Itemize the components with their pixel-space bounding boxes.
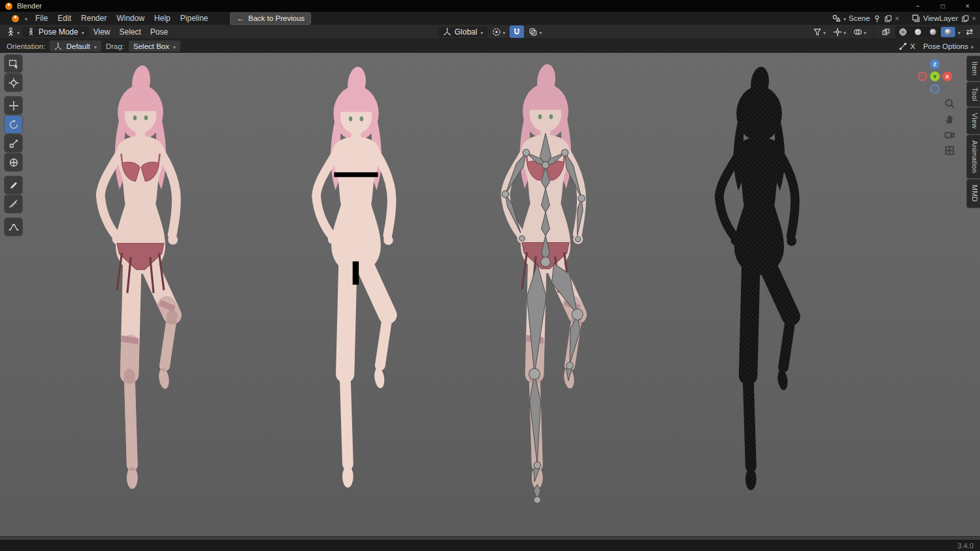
drag-mode-value: Select Box <box>133 42 169 50</box>
tab-animation[interactable]: Animation <box>967 135 980 178</box>
tool-measure[interactable] <box>5 195 22 213</box>
axis-z-label: Z <box>934 61 937 67</box>
chevron-down-icon[interactable] <box>843 14 846 22</box>
viewlayer-name[interactable]: ViewLayer <box>923 14 958 22</box>
swap-arrows-icon <box>965 27 974 37</box>
tab-item[interactable]: Item <box>967 56 980 81</box>
show-gizmo-button[interactable] <box>830 25 849 38</box>
snap-settings-button[interactable] <box>526 25 544 38</box>
axis-neg-z-ball[interactable] <box>931 85 939 93</box>
chevron-down-icon <box>82 27 84 37</box>
new-scene-icon[interactable] <box>884 14 892 23</box>
tool-settings-bar: Orientation: Default Drag: Select Box X … <box>0 39 980 53</box>
zoom-button[interactable] <box>941 95 957 111</box>
model-textured-underwear[interactable] <box>60 63 221 504</box>
tool-orientation-dropdown[interactable]: Default <box>50 40 101 52</box>
close-button[interactable]: × <box>955 0 980 12</box>
tool-tweak-select[interactable] <box>5 55 22 72</box>
mirror-x-toggle[interactable]: X <box>898 42 915 51</box>
axis-x-label: X <box>945 74 949 80</box>
bone-icon <box>898 42 907 51</box>
viewlayer-icon[interactable] <box>911 14 921 23</box>
snap-toggle-button[interactable] <box>510 25 524 38</box>
pose-options-dropdown[interactable]: Pose Options <box>923 42 973 50</box>
funnel-icon <box>813 27 822 37</box>
pin-icon[interactable] <box>873 14 881 23</box>
orientation-dropdown[interactable]: Global <box>438 27 488 37</box>
tab-view[interactable]: View <box>967 108 980 134</box>
toolbar <box>5 55 22 237</box>
tool-orientation-value: Default <box>66 42 90 50</box>
statusbar: 3.4.0 <box>0 540 980 551</box>
gizmo-icon <box>833 27 842 37</box>
tool-rotate[interactable] <box>5 116 22 133</box>
3d-viewport[interactable]: X Z Y Item Tool View Animation MMD <box>0 52 980 537</box>
shading-solid-button[interactable] <box>911 27 925 37</box>
remove-viewlayer-icon[interactable]: × <box>972 14 976 22</box>
breakdowner-curve-icon <box>8 222 19 232</box>
back-to-previous-button[interactable]: ← Back to Previous <box>230 12 311 25</box>
chevron-down-icon <box>94 42 97 50</box>
shading-mode-group <box>895 26 956 38</box>
pan-button[interactable] <box>941 111 957 127</box>
tab-tool[interactable]: Tool <box>967 82 980 106</box>
camera-view-button[interactable] <box>941 127 957 142</box>
tool-scale[interactable] <box>5 134 22 152</box>
tool-transform[interactable] <box>5 153 22 171</box>
editor-type-button[interactable] <box>3 25 22 38</box>
xray-icon <box>881 27 890 37</box>
scene-name[interactable]: Scene <box>849 14 870 22</box>
tool-annotate[interactable] <box>5 176 22 194</box>
menu-edit[interactable]: Edit <box>53 13 76 24</box>
pivot-point-button[interactable] <box>489 25 508 38</box>
menu-view[interactable]: View <box>89 27 115 37</box>
blender-logo-icon <box>5 3 12 10</box>
menu-pipeline[interactable]: Pipeline <box>176 13 213 24</box>
chevron-down-icon <box>864 27 866 37</box>
shading-wireframe-button[interactable] <box>896 27 910 37</box>
shading-rendered-button[interactable] <box>941 27 955 37</box>
grid-icon <box>944 145 955 156</box>
tab-mmd[interactable]: MMD <box>967 180 980 207</box>
menu-window[interactable]: Window <box>112 13 149 24</box>
maximize-button[interactable]: □ <box>930 0 955 12</box>
tool-cursor-3d[interactable] <box>5 74 22 91</box>
axis-neg-x-ball[interactable] <box>919 72 927 81</box>
chevron-down-icon <box>971 42 973 50</box>
annotate-pencil-icon <box>8 180 19 191</box>
minimize-button[interactable]: − <box>906 0 930 12</box>
ortho-toggle-button[interactable] <box>941 142 957 158</box>
tool-move[interactable] <box>5 97 22 114</box>
swap-areas-button[interactable] <box>962 25 977 38</box>
model-wireframe-dark[interactable] <box>676 64 843 505</box>
transform-controls: Global <box>438 25 545 38</box>
unlink-scene-icon[interactable]: × <box>895 14 899 22</box>
xray-toggle-button[interactable] <box>879 25 893 38</box>
scene-icon[interactable] <box>832 14 841 23</box>
measure-icon <box>8 199 19 210</box>
mode-dropdown[interactable]: Pose Mode <box>22 27 89 37</box>
minimize-icon: − <box>916 3 920 10</box>
menu-file[interactable]: File <box>31 13 52 24</box>
titlebar: Blender − □ × <box>0 0 980 12</box>
model-armature-bones[interactable] <box>465 61 626 504</box>
navigation-gizmo[interactable]: X Z Y <box>917 58 953 95</box>
model-solid-censored[interactable] <box>276 64 436 503</box>
axis-y-label: Y <box>933 74 937 80</box>
camera-icon <box>944 129 955 140</box>
drag-mode-dropdown[interactable]: Select Box <box>129 40 180 52</box>
tool-pose-breakdowner[interactable] <box>5 218 22 236</box>
magnet-icon <box>512 27 521 37</box>
app-menu-button[interactable] <box>4 14 30 23</box>
menu-help[interactable]: Help <box>150 13 175 24</box>
menu-select[interactable]: Select <box>115 27 146 37</box>
menu-pose[interactable]: Pose <box>146 27 172 37</box>
shading-material-button[interactable] <box>926 27 940 37</box>
shading-options-chevron-icon[interactable] <box>958 27 960 37</box>
menu-render[interactable]: Render <box>76 13 111 24</box>
new-viewlayer-icon[interactable] <box>961 14 970 23</box>
scale-icon <box>8 138 19 149</box>
selectability-filter-button[interactable] <box>810 25 828 38</box>
overlays-button[interactable] <box>851 25 869 38</box>
divider <box>874 27 874 37</box>
